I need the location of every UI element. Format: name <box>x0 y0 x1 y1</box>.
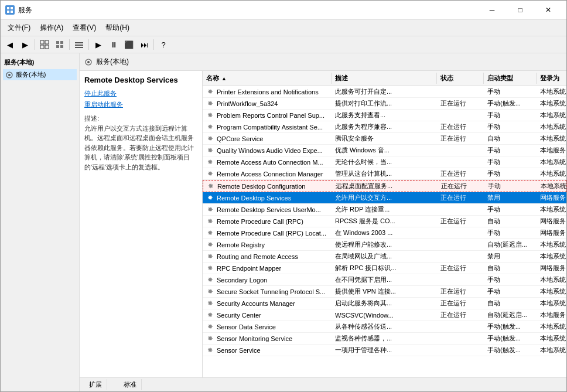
table-row[interactable]: Remote Access Connection Manager 管理从这台计算… <box>203 168 566 180</box>
content-area: 服务(本地) Remote Desktop Services 停止此服务 重启动… <box>80 53 566 391</box>
view-button-2[interactable] <box>53 38 67 51</box>
table-row[interactable]: Problem Reports Control Panel Sup... 此服务… <box>203 110 566 121</box>
svg-rect-12 <box>75 42 83 43</box>
service-status <box>437 333 484 344</box>
table-row[interactable]: Remote Desktop Services 允许用户以交互方...正在运行禁… <box>203 192 566 204</box>
gear-icon <box>206 123 214 131</box>
table-row[interactable]: PrintWorkflow_5a324 提供对打印工作流...正在运行手动(触发… <box>203 98 566 110</box>
service-name: Routing and Remote Access <box>217 253 298 260</box>
menu-item-h[interactable]: 帮助(H) <box>101 21 134 35</box>
service-login: 本地系统 <box>537 86 566 97</box>
pause-button[interactable]: ⏸ <box>107 38 121 51</box>
tab-expand[interactable]: 扩展 <box>84 379 107 390</box>
table-row[interactable]: Security Center WSCSVC(Window...正在运行自动(延… <box>203 309 566 321</box>
table-row[interactable]: Remote Desktop Configuration 远程桌面配置服务...… <box>203 180 566 192</box>
service-status: 正在运行 <box>437 98 484 109</box>
table-row[interactable]: QPCore Service 腾讯安全服务正在运行自动本地系统 <box>203 133 566 145</box>
service-status: 正在运行 <box>437 286 484 297</box>
menu-item-a[interactable]: 操作(A) <box>35 21 68 35</box>
stop-button[interactable]: ⬛ <box>122 38 136 51</box>
close-button[interactable]: ✕ <box>535 4 562 16</box>
svg-rect-2 <box>7 11 9 13</box>
app-icon <box>5 5 15 15</box>
service-status <box>437 251 484 262</box>
stop-service-link[interactable]: 停止此服务 <box>84 89 197 98</box>
th-desc[interactable]: 描述 <box>332 73 437 84</box>
gear-icon <box>206 335 214 343</box>
service-name: Program Compatibility Assistant Se... <box>217 124 323 131</box>
service-login: 本地系统 <box>537 251 566 262</box>
table-row[interactable]: Remote Registry 使远程用户能修改...自动(延迟启...本地系统 <box>203 239 566 251</box>
gear-icon <box>206 217 214 226</box>
table-row[interactable]: Remote Procedure Call (RPC) Locat... 在 W… <box>203 227 566 239</box>
table-row[interactable]: Sensor Monitoring Service 监视各种传感器，...手动(… <box>203 333 566 345</box>
svg-rect-1 <box>11 7 13 9</box>
toolbar-sep-2 <box>69 39 70 50</box>
table-row[interactable]: Remote Desktop Services UserMo... 允许 RDP… <box>203 204 566 216</box>
service-login: 本地系统 <box>537 121 566 132</box>
service-start-type: 手动 <box>484 86 537 97</box>
svg-rect-9 <box>60 41 63 44</box>
table-row[interactable]: Sensor Data Service 从各种传感器传送...手动(触发...本… <box>203 321 566 333</box>
sidebar-item-local-services[interactable]: 服务(本地) <box>3 69 77 80</box>
main-area: 服务(本地) 服务(本地) 服务(本地) <box>1 53 566 391</box>
view-button-1[interactable] <box>37 38 52 51</box>
help-button[interactable]: ? <box>156 38 170 51</box>
service-status: 正在运行 <box>437 309 484 321</box>
table-row[interactable]: Remote Access Auto Connection M... 无论什么时… <box>203 156 566 168</box>
table-row[interactable]: Printer Extensions and Notifications 此服务… <box>203 86 566 98</box>
table-row[interactable]: Program Compatibility Assistant Se... 此服… <box>203 121 566 133</box>
table-row[interactable]: Secondary Logon 在不同凭据下启用...手动本地系统 <box>203 274 566 286</box>
th-status[interactable]: 状态 <box>437 73 484 84</box>
service-login: 本地系统 <box>537 274 566 285</box>
gear-icon <box>206 253 214 261</box>
gear-icon <box>206 276 214 284</box>
service-status: 正在运行 <box>437 168 484 179</box>
service-name: Remote Desktop Configuration <box>217 183 305 190</box>
toolbar-list-btn[interactable] <box>72 38 86 51</box>
table-row[interactable]: Remote Procedure Call (RPC) RPCSS 服务是 CO… <box>203 216 566 227</box>
table-row[interactable]: Routing and Remote Access 在局域网以及广域...禁用本… <box>203 251 566 263</box>
status-bar: 扩展 标准 <box>80 377 566 391</box>
table-row[interactable]: Secure Socket Tunneling Protocol S... 提供… <box>203 286 566 298</box>
svg-rect-10 <box>56 45 59 48</box>
service-status: 正在运行 <box>437 133 484 144</box>
service-desc: RPCSS 服务是 CO... <box>332 216 437 227</box>
service-name: Remote Access Connection Manager <box>217 171 323 178</box>
minimize-button[interactable]: ─ <box>479 4 505 16</box>
table-row[interactable]: Quality Windows Audio Video Expe... 优质 W… <box>203 145 566 156</box>
menu-item-f[interactable]: 文件(F) <box>3 21 35 35</box>
service-desc: 解析 RPC 接口标识... <box>332 263 437 274</box>
restart-service-link[interactable]: 重启动此服务 <box>84 100 197 109</box>
svg-point-18 <box>87 61 90 63</box>
service-start-type: 手动 <box>484 145 537 156</box>
service-status <box>437 110 484 121</box>
service-login: 本地系统 <box>537 286 566 297</box>
title-bar-left: 服务 <box>5 5 32 15</box>
table-row[interactable]: Sensor Service 一项用于管理各种...手动(触发...本地系统 <box>203 345 566 356</box>
service-login: 本地系统 <box>537 298 566 309</box>
menu-item-v[interactable]: 查看(V) <box>68 21 101 35</box>
service-start-type: 手动 <box>484 274 537 285</box>
svg-rect-0 <box>7 7 9 9</box>
th-name[interactable]: 名称 ▲ <box>203 73 332 84</box>
th-login[interactable]: 登录为 <box>537 73 566 84</box>
play-button[interactable]: ▶ <box>91 38 105 51</box>
table-body: Printer Extensions and Notifications 此服务… <box>203 86 566 377</box>
svg-rect-8 <box>56 41 59 44</box>
service-start-type: 手动 <box>484 168 537 179</box>
tab-standard[interactable]: 标准 <box>119 379 142 390</box>
service-status <box>437 345 484 356</box>
maximize-button[interactable]: □ <box>507 4 534 16</box>
service-desc: 提供对打印工作流... <box>332 98 437 109</box>
window-title: 服务 <box>18 5 32 15</box>
back-button[interactable]: ◀ <box>3 38 17 51</box>
table-row[interactable]: RPC Endpoint Mapper 解析 RPC 接口标识...正在运行自动… <box>203 263 566 274</box>
th-start[interactable]: 启动类型 <box>484 73 537 84</box>
service-desc: 优质 Windows 音... <box>332 145 437 156</box>
table-row[interactable]: Security Accounts Manager 启动此服务将向其...正在运… <box>203 298 566 309</box>
forward-button[interactable]: ▶ <box>18 38 32 51</box>
service-name: Secondary Logon <box>217 277 267 284</box>
restart-button[interactable]: ⏭ <box>137 38 151 51</box>
svg-point-16 <box>8 74 11 76</box>
